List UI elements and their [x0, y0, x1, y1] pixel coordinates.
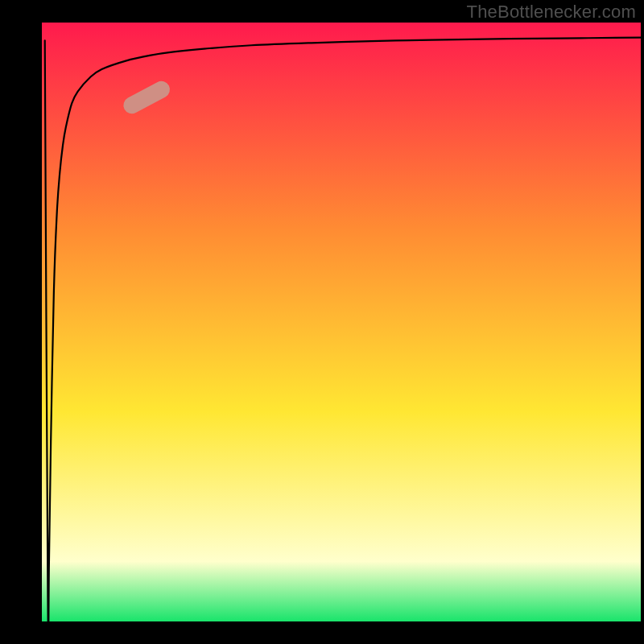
- bottleneck-chart-svg: [0, 0, 644, 644]
- chart-container: TheBottlenecker.com: [0, 0, 644, 644]
